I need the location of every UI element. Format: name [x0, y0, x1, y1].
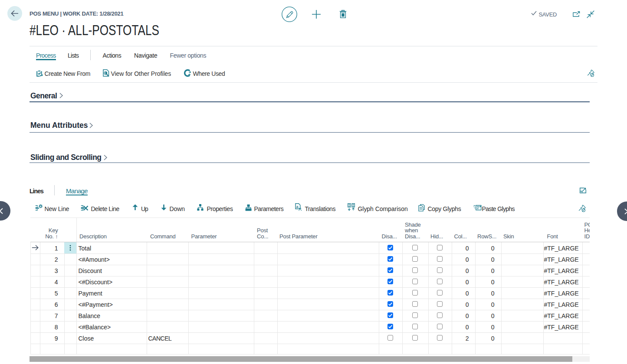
svg-text:a: a	[296, 205, 299, 209]
